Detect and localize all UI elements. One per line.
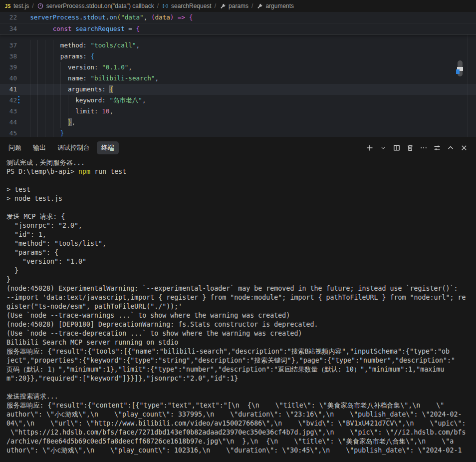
- code-line-37[interactable]: 37 method: "tools/call",: [0, 40, 476, 51]
- code-token: limit: [75, 107, 94, 115]
- line-number: 44: [0, 117, 17, 128]
- breadcrumb-item-serverprocess-stdout-on-data-callback[interactable]: serverProcess.stdout.on("data") callback: [37, 2, 154, 10]
- code-line-40[interactable]: 40 name: "bilibili-search",: [0, 73, 476, 84]
- panel-tab-调试控制台[interactable]: 调试控制台: [53, 141, 94, 154]
- code-token: }: [68, 118, 72, 126]
- indent-guide: [30, 40, 30, 137]
- code-token: =: [125, 25, 136, 32]
- indent-guide: [53, 40, 53, 137]
- terminal-line: (node:45028) ExperimentalWarning: `--exp…: [6, 284, 476, 293]
- callback-icon: [37, 2, 44, 10]
- terminal-line: "id": 1,: [6, 230, 476, 239]
- breadcrumb-item-arguments[interactable]: arguments: [256, 2, 294, 10]
- terminal-line: 测试完成，关闭服务器...: [6, 158, 476, 167]
- indent-guide: [37, 40, 38, 137]
- code-token: [22, 129, 60, 137]
- terminal-text: 发送搜索请求...: [6, 393, 58, 400]
- terminal-text: }: [6, 276, 10, 283]
- terminal-line: > node test.js: [6, 194, 476, 203]
- code-token: [22, 41, 60, 49]
- terminal-tune-sliders-icon[interactable]: [432, 143, 442, 153]
- code-token: :: [83, 52, 90, 60]
- terminal-text: 服务器响应: {"result":{"content":[{"type":"te…: [6, 402, 444, 409]
- terminal-line: "method": "tools/list",: [6, 239, 476, 248]
- terminal-text: 测试完成，关闭服务器...: [6, 159, 85, 166]
- code-lines: 37 method: "tools/call",38 params: {39 v…: [0, 40, 476, 137]
- code-token: data: [155, 13, 170, 21]
- code-line-42[interactable]: 42 keyword: "岛市老八",: [0, 95, 476, 106]
- new-terminal-plus-icon[interactable]: [365, 143, 375, 153]
- code-token: :: [102, 85, 109, 93]
- code-token: "岛市老八": [109, 96, 142, 104]
- terminal-text: (node:45028) ExperimentalWarning: `--exp…: [6, 285, 458, 292]
- sticky-scroll[interactable]: 22 serverProcess.stdout.on("data", (data…: [0, 12, 476, 34]
- maximize-panel-chevron-up-icon[interactable]: [446, 143, 456, 153]
- code-text: params: {: [22, 51, 94, 62]
- code-line-39[interactable]: 39 version: "0.1.0",: [0, 62, 476, 73]
- code-token: :: [102, 96, 109, 104]
- terminal-line: m":20}},"required":["keyword"]}}]},"json…: [6, 374, 476, 383]
- terminal-line: > test: [6, 185, 476, 194]
- wrench-icon: [219, 2, 227, 10]
- breadcrumb-item-test-js[interactable]: JStest.js: [4, 2, 29, 10]
- code-token: [22, 52, 60, 60]
- indent-guide: [60, 62, 61, 128]
- line-number: 43: [0, 106, 17, 117]
- breadcrumb-label: params: [229, 2, 248, 9]
- code-token: stdout: [83, 13, 106, 21]
- terminal-profile-chevron-down-icon[interactable]: [378, 143, 388, 153]
- kill-terminal-trash-icon[interactable]: [405, 143, 415, 153]
- breadcrumb-separator: /: [157, 2, 159, 9]
- code-token: ,: [72, 118, 76, 126]
- code-line-38[interactable]: 38 params: {: [0, 51, 476, 62]
- code-line-34[interactable]: 34 const searchRequest = {: [0, 23, 476, 34]
- vscode-window: JStest.js/serverProcess.stdout.on("data"…: [0, 0, 476, 462]
- code-token: :: [94, 63, 102, 71]
- code-line-44[interactable]: 44 },: [0, 117, 476, 128]
- code-line-43[interactable]: 43 limit: 10,: [0, 106, 476, 117]
- line-number: 39: [0, 62, 17, 73]
- code-text: }: [22, 128, 64, 137]
- panel-tab-问题[interactable]: 问题: [4, 141, 26, 154]
- code-text: name: "bilibili-search",: [22, 73, 159, 84]
- breadcrumb: JStest.js/serverProcess.stdout.on("data"…: [0, 0, 476, 12]
- code-token: 10: [102, 107, 109, 115]
- code-token: =>: [178, 13, 185, 21]
- terminal-line: "version": "1.0": [6, 257, 476, 266]
- indent-guide: [68, 95, 68, 117]
- breadcrumb-separator: /: [251, 2, 253, 9]
- code-token: :: [94, 107, 102, 115]
- line-number: 34: [0, 23, 17, 34]
- code-token: {: [91, 52, 95, 60]
- code-line-22[interactable]: 22 serverProcess.stdout.on("data", (data…: [0, 12, 476, 23]
- code-line-45[interactable]: 45 }: [0, 128, 476, 137]
- code-token: name: [68, 74, 83, 82]
- code-text: version: "0.1.0",: [22, 62, 132, 73]
- code-line-41[interactable]: 41 arguments: {: [0, 84, 476, 95]
- code-token: [22, 13, 30, 21]
- code-editor[interactable]: 37 method: "tools/call",38 params: {39 v…: [0, 12, 476, 137]
- code-token: [174, 13, 178, 21]
- panel-tab-终端[interactable]: 终端: [97, 141, 119, 154]
- code-text: keyword: "岛市老八",: [22, 95, 146, 106]
- panel-tab-输出[interactable]: 输出: [28, 141, 50, 154]
- breadcrumb-item-params[interactable]: params: [219, 2, 248, 10]
- code-token: "data": [121, 13, 144, 21]
- terminal-text: (Use `node --trace-warnings ...` to show…: [6, 312, 290, 319]
- terminal-output[interactable]: 测试完成，关闭服务器...PS D:\temp\b-api> npm run t…: [6, 158, 476, 462]
- terminal-text: \"https://i2.hdslb.com/bfs/face/7271dbd1…: [6, 429, 466, 436]
- code-token: ,: [109, 107, 113, 115]
- terminal-text: > node test.js: [6, 195, 62, 202]
- terminal-text: npm: [78, 168, 90, 175]
- breadcrumb-label: serverProcess.stdout.on("data") callback: [46, 2, 154, 9]
- terminal-text: --import 'data:text/javascript,import { …: [6, 294, 466, 301]
- terminal-text: PS D:\temp\b-api>: [6, 168, 78, 175]
- breadcrumb-item-searchrequest[interactable]: searchRequest: [162, 2, 212, 10]
- breadcrumb-label: test.js: [13, 2, 29, 9]
- terminal-line: /archive/f8ee64d5b69c0ed5fa8deecff68726c…: [6, 437, 476, 446]
- terminal-text: "params": {: [6, 249, 58, 256]
- code-token: [185, 13, 189, 21]
- more-actions-ellipsis-icon[interactable]: [419, 143, 429, 153]
- split-terminal-icon[interactable]: [392, 143, 402, 153]
- close-panel-x-icon[interactable]: [459, 143, 469, 153]
